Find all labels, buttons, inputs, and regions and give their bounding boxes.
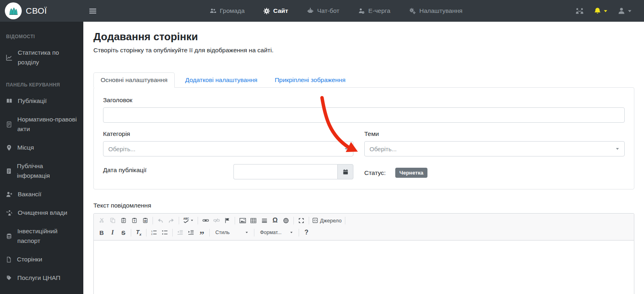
anchor-button[interactable] xyxy=(222,216,232,225)
topics-select[interactable]: Оберіть... xyxy=(364,141,625,156)
image-button[interactable] xyxy=(237,216,248,225)
toolbar-separator xyxy=(309,217,309,224)
gear-icon xyxy=(263,8,270,14)
format-dropdown[interactable]: Формат... xyxy=(257,228,296,237)
sidebar-item-label: Публічна інформація xyxy=(17,161,78,181)
numbered-list-icon: 1. 2. xyxy=(151,230,157,235)
sidebar-item-public-info[interactable]: Публічна інформація xyxy=(0,157,83,185)
styles-dropdown[interactable]: Стиль xyxy=(213,228,251,237)
strikethrough-button[interactable]: S xyxy=(118,228,128,237)
chevron-down-icon xyxy=(615,147,619,150)
remove-format-button[interactable]: Tx xyxy=(134,228,144,237)
cut-icon xyxy=(99,218,105,223)
indent-icon xyxy=(188,230,194,235)
account-button[interactable] xyxy=(617,7,632,15)
nav-item-settings[interactable]: Налаштування xyxy=(409,7,462,14)
italic-button[interactable]: I xyxy=(107,228,118,237)
topbar: СВОЇ Громада xyxy=(0,0,644,22)
redo-icon xyxy=(168,218,174,223)
indent-button[interactable] xyxy=(186,228,196,237)
help-icon: ? xyxy=(305,229,309,236)
source-label: Джерело xyxy=(320,218,342,224)
paste-button[interactable] xyxy=(118,216,128,225)
horizontal-rule-button[interactable] xyxy=(259,216,269,225)
sidebar-item-statistics[interactable]: Статистика по розділу xyxy=(0,43,83,72)
robot-icon xyxy=(307,8,314,14)
sidebar-item-label: Послуги ЦНАП xyxy=(17,273,60,283)
svg-text:2.: 2. xyxy=(151,233,153,235)
publish-date-input[interactable] xyxy=(233,164,337,179)
category-placeholder: Оберіть... xyxy=(108,146,135,152)
spellcheck-button[interactable]: ABC xyxy=(182,216,195,225)
sidebar-item-vacancies[interactable]: Вакансії xyxy=(0,185,83,204)
special-char-button[interactable]: Ω xyxy=(270,216,280,225)
source-icon xyxy=(312,218,318,223)
nav-label: Сайт xyxy=(273,7,288,14)
undo-button[interactable] xyxy=(155,216,165,225)
toolbar-separator xyxy=(179,217,179,224)
sidebar-item-publications[interactable]: Публікації xyxy=(0,92,83,110)
toolbar-separator xyxy=(345,217,345,224)
app-root: СВОЇ Громада xyxy=(0,0,644,294)
numbered-list-button[interactable]: 1. 2. xyxy=(149,228,159,237)
strikethrough-icon: S xyxy=(121,229,125,236)
notifications-button[interactable] xyxy=(594,7,608,15)
partners-button[interactable] xyxy=(575,8,584,14)
tab-attached-images[interactable]: Прикріплені зображення xyxy=(268,73,352,87)
copy-icon xyxy=(110,218,116,223)
document-lines-icon xyxy=(6,121,12,128)
cut-button[interactable] xyxy=(97,216,107,225)
sidebar-item-lustration[interactable]: Очищення влади xyxy=(0,204,83,222)
title-input[interactable] xyxy=(103,107,625,123)
sidebar-section-vidomosti: ВІДОМОСТІ xyxy=(0,22,83,43)
omega-icon: Ω xyxy=(272,217,278,224)
outdent-button[interactable] xyxy=(175,228,185,237)
nav-item-chatbot[interactable]: Чат-бот xyxy=(307,7,339,14)
sidebar-item-pages[interactable]: Сторінки xyxy=(0,250,83,269)
iframe-button[interactable] xyxy=(281,216,291,225)
toolbar-separator xyxy=(209,229,210,236)
brand[interactable]: СВОЇ xyxy=(0,2,83,19)
chevron-down-icon xyxy=(344,147,348,150)
bold-button[interactable]: B xyxy=(97,228,107,237)
sidebar-item-places[interactable]: Місця xyxy=(0,138,83,157)
calendar-button[interactable] xyxy=(337,164,353,179)
tabs: Основні налаштування Додаткові налаштува… xyxy=(93,72,634,87)
sidebar-item-label: Статистика по розділу xyxy=(18,48,78,67)
sidebar-item-investment-passport[interactable]: Інвестиційний паспорт xyxy=(0,222,83,250)
nav-item-equeue[interactable]: Е-черга xyxy=(358,7,390,14)
redo-button[interactable] xyxy=(166,216,176,225)
table-button[interactable] xyxy=(248,216,258,225)
sidebar-item-label: Очищення влади xyxy=(18,208,67,218)
maximize-button[interactable] xyxy=(296,216,306,225)
nav-item-hromada[interactable]: Громада xyxy=(209,7,245,14)
unlink-icon xyxy=(213,218,220,223)
copy-button[interactable] xyxy=(107,216,118,225)
source-button[interactable]: Джерело xyxy=(312,216,343,225)
tab-main-settings[interactable]: Основні налаштування xyxy=(93,72,175,88)
paste-text-icon: T xyxy=(132,218,137,223)
users-icon xyxy=(209,8,217,14)
book-icon xyxy=(6,98,13,104)
category-select[interactable]: Оберіть... xyxy=(103,141,353,156)
sidebar-item-cnap-services[interactable]: Послуги ЦНАП xyxy=(0,269,83,287)
page-title: Додавання сторінки xyxy=(93,31,634,43)
topics-placeholder: Оберіть... xyxy=(369,146,396,152)
bulleted-list-icon xyxy=(162,230,168,235)
top-navigation: Громада Сайт xyxy=(97,7,575,14)
sidebar-item-legal-acts[interactable]: Нормативно-правові акти xyxy=(0,110,83,138)
bulleted-list-button[interactable] xyxy=(160,228,170,237)
tab-additional-settings[interactable]: Додаткові налаштування xyxy=(178,73,264,87)
brand-logo-icon xyxy=(5,2,22,19)
editor-content-area[interactable] xyxy=(94,241,634,294)
blockquote-button[interactable]: ” xyxy=(197,228,207,237)
link-button[interactable] xyxy=(200,216,211,225)
chevron-down-icon xyxy=(290,231,293,234)
nav-item-site[interactable]: Сайт xyxy=(263,7,288,14)
paste-from-word-button[interactable]: W xyxy=(140,216,150,225)
link-icon xyxy=(202,218,209,223)
paste-plain-text-button[interactable]: T xyxy=(129,216,139,225)
unlink-button[interactable] xyxy=(211,216,221,225)
about-button[interactable]: ? xyxy=(301,228,312,237)
sidebar-toggle-button[interactable] xyxy=(89,8,97,14)
